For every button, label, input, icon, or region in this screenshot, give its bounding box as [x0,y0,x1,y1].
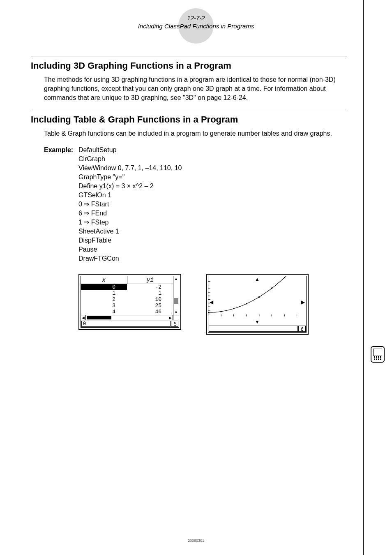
table-row: 4 46 [81,309,173,315]
nav-down-icon: ▼ [255,320,260,324]
table-header-y1: y1 [127,276,173,284]
table-cell: 46 [127,309,173,315]
table-cell: 1 [81,290,127,296]
page-header: 12-7-2 Including ClassPad Functions in P… [0,14,392,30]
nav-left-icon: ◀ [210,300,213,304]
code-line: 0 ⇒ FStart [78,200,182,209]
table-cell: 10 [127,296,173,303]
section-heading-3d: Including 3D Graphing Functions in a Pro… [31,60,347,71]
code-line: Define y1(x) = 3 × x^2 – 2 [78,182,182,191]
table-cell: 2 [81,296,127,303]
rule [31,110,347,110]
figure-graph-screenshot: ▲ ▼ ◀ ▶ ▴↳ [206,274,309,335]
svg-rect-22 [271,288,272,289]
rule [31,56,347,56]
table-row: 3 25 [81,303,173,309]
figure-table-screenshot: x y1 0 -2 1 [78,274,181,335]
code-line: DrawFTGCon [78,254,182,263]
nav-right-icon: ▶ [301,300,305,304]
table-row: 0 -2 [81,284,173,290]
code-line: ViewWindow 0, 7.7, 1, –14, 110, 10 [78,164,182,173]
svg-rect-23 [284,277,285,278]
code-line: DispFTable [78,236,182,245]
svg-rect-19 [233,308,234,309]
code-line: Pause [78,245,182,254]
header-chapter-title: Including ClassPad Functions in Programs [0,22,392,30]
section-body-table-graph: Table & Graph functions can be included … [44,129,347,138]
horizontal-scrollbar: ◀ ▶ [81,315,179,320]
table-cell: -2 [127,284,173,290]
table-cell: 0 [81,284,127,290]
section-body-3d: The methods for using 3D graphing functi… [44,75,347,102]
vertical-scrollbar: ▲ ▼ [173,276,179,315]
table-header-x: x [81,276,127,284]
example-label: Example: [44,146,78,263]
scroll-right-icon: ▶ [168,315,173,320]
status-value: 0 [81,321,171,327]
status-bar: 0 ▴↳ [81,320,179,327]
svg-rect-17 [208,312,209,313]
table-cell: 3 [81,303,127,309]
page-right-rule [363,0,364,555]
status-exec-icon: ▴↳ [298,326,306,332]
code-line: ClrGraph [78,155,182,164]
table-cell: 1 [127,290,173,296]
calculator-icon [371,346,385,363]
table-cell: 25 [127,303,173,309]
code-line: DefaultSetup [78,146,182,155]
footer-code: 20060301 [0,539,392,543]
svg-rect-18 [220,311,221,312]
scroll-thumb [174,298,178,304]
svg-rect-20 [246,303,247,304]
scroll-left-icon: ◀ [81,315,86,320]
scroll-down-icon: ▼ [173,310,179,315]
example-code: DefaultSetup ClrGraph ViewWindow 0, 7.7,… [78,146,182,263]
code-line: GTSelOn 1 [78,191,182,200]
code-line: 1 ⇒ FStep [78,218,182,227]
scroll-thumb [87,316,111,319]
table-cell: 4 [81,309,127,315]
scroll-up-icon: ▲ [173,276,179,281]
code-line: SheetActive 1 [78,227,182,236]
table-row: 1 1 [81,290,173,296]
table-row: 2 10 [81,296,173,303]
status-bar: ▴↳ [208,325,306,332]
section-heading-table-graph: Including Table & Graph Functions in a P… [31,114,347,125]
svg-rect-21 [258,296,260,298]
header-page-number: 12-7-2 [0,14,392,22]
code-line: 6 ⇒ FEnd [78,209,182,218]
nav-up-icon: ▲ [255,277,260,281]
code-line: GraphType "y=" [78,173,182,182]
graph-plot [208,276,306,324]
status-exec-icon: ▴↳ [171,321,178,327]
status-value [209,326,298,332]
